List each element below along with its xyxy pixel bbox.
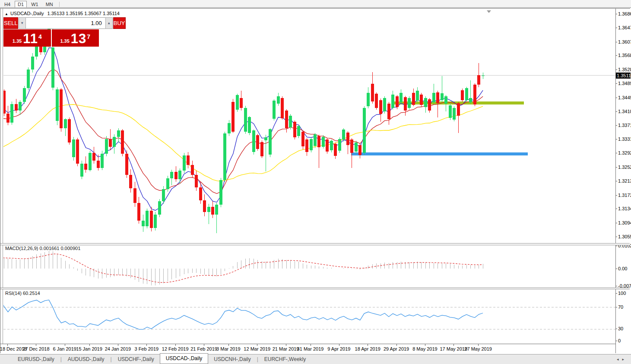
tab-scroll-arrows[interactable]: ◂▸ <box>617 357 628 361</box>
price-label-tick <box>616 153 617 153</box>
macd-indicator-pane[interactable] <box>3 244 615 288</box>
tab-eurchf-weekly[interactable]: EURCHF-,Weekly <box>259 355 311 364</box>
price-label-tick <box>616 181 617 181</box>
rsi-value: 60.2514 <box>23 291 40 296</box>
volume-input[interactable] <box>26 17 105 29</box>
price-label-tick <box>616 167 617 168</box>
current-price-tag: 1.35114 <box>616 73 631 79</box>
date-tick <box>228 344 229 346</box>
date-tick <box>146 344 147 346</box>
date-tick <box>478 344 479 346</box>
price-label: 1.30940 <box>618 220 631 225</box>
timeframe-button-h4[interactable]: H4 <box>1 1 13 8</box>
pane-splitter-macd[interactable] <box>0 243 630 245</box>
price-label: 1.36070 <box>618 39 631 44</box>
tab-scroll-left-icon: ◂ <box>617 357 622 361</box>
macd-axis-label: 0.00 <box>618 266 627 271</box>
price-label: 1.36470 <box>618 25 631 30</box>
date-tick <box>396 344 397 346</box>
macd-axis-label-tick <box>616 246 617 246</box>
price-label: 1.35280 <box>618 67 631 72</box>
date-tick <box>204 344 204 346</box>
date-label: 12 Mar 2019 <box>244 346 270 351</box>
price-label: 1.31730 <box>618 193 631 198</box>
chart-tab-bar: ◂▸ EURUSD-,Daily|AUDUSD-,Daily|USDCHF-,D… <box>0 354 631 364</box>
date-label: 18 Apr 2019 <box>355 346 381 351</box>
macd-value-2: 0.000901 <box>60 246 80 251</box>
macd-label: MACD(12,26,9) 0.001661 0.000901 <box>5 246 80 251</box>
bid-price-box[interactable]: 1.35 11 4 <box>3 29 51 47</box>
price-label: 1.30550 <box>618 234 631 239</box>
timeframe-toolbar: H4D1W1MN <box>0 0 631 8</box>
bid-prefix: 1.35 <box>13 38 22 44</box>
price-label: 1.34490 <box>618 95 631 100</box>
tab-usdcnh-daily[interactable]: USDCNH-,Daily <box>208 355 256 364</box>
tab-usdcad-daily[interactable]: USDCAD-,Daily <box>160 353 209 364</box>
rsi-label: RSI(14) 60.2514 <box>5 291 40 296</box>
pane-splitter-rsi[interactable] <box>0 288 630 289</box>
tab-eurusd-daily[interactable]: EURUSD-,Daily <box>12 355 60 364</box>
price-label: 1.32920 <box>618 150 631 155</box>
price-label: 1.33310 <box>618 136 631 142</box>
price-label: 1.36860 <box>618 11 631 16</box>
macd-axis-label-tick <box>616 269 617 269</box>
rsi-axis-label: 30 <box>618 326 623 331</box>
price-label-tick <box>616 125 617 126</box>
macd-value-1: 0.001661 <box>39 246 59 251</box>
ask-pipette-digit: 7 <box>87 33 90 40</box>
timeframe-button-d1[interactable]: D1 <box>15 1 27 8</box>
date-label: 15 Jan 2019 <box>76 346 102 351</box>
date-label: 27 Dec 2018 <box>22 346 49 351</box>
one-click-trade-panel: SELL ▼ ▲ BUY 1.35 11 4 1.35 13 7 <box>3 17 99 47</box>
price-label-tick <box>616 223 617 223</box>
toolbar-separator <box>59 2 60 7</box>
timeframe-button-w1[interactable]: W1 <box>28 1 41 8</box>
volume-down-button[interactable]: ▼ <box>19 17 26 29</box>
date-label: 21 Mar 2019 <box>273 346 299 351</box>
ohlc-values: 1.35133 1.35195 1.35067 1.35114 <box>48 11 120 16</box>
price-label-tick <box>616 70 617 70</box>
bid-pipette-digit: 4 <box>38 33 42 40</box>
price-label-tick <box>616 111 617 112</box>
window-left-edge <box>3 9 3 344</box>
price-label-tick <box>616 98 617 98</box>
date-axis[interactable]: 18 Dec 201827 Dec 20186 Jan 201915 Jan 2… <box>0 344 630 353</box>
price-label-tick <box>616 83 617 84</box>
rsi-axis-label-tick <box>616 293 617 294</box>
sell-button[interactable]: SELL <box>3 17 18 29</box>
date-label: 17 May 2019 <box>440 346 467 351</box>
price-axis[interactable]: 1.35114 1.368601.364701.360701.356801.35… <box>615 9 631 353</box>
ask-price-box[interactable]: 1.35 13 7 <box>52 29 99 47</box>
timeframe-button-mn[interactable]: MN <box>43 1 56 8</box>
volume-up-button[interactable]: ▲ <box>105 17 113 29</box>
symbol-period-label: USDCAD-,Daily <box>10 11 44 16</box>
collapse-triangle-icon[interactable]: ▲ <box>5 12 8 16</box>
date-tick <box>425 344 425 346</box>
date-label: 27 May 2019 <box>464 346 492 351</box>
tab-audusd-daily[interactable]: AUDUSD-,Daily <box>62 355 110 364</box>
price-label-tick <box>616 55 617 56</box>
ask-prefix: 1.35 <box>60 38 69 44</box>
ask-big-digits: 13 <box>71 32 86 45</box>
price-label: 1.34890 <box>618 81 631 86</box>
price-label: 1.31340 <box>618 206 631 211</box>
rsi-axis-label-tick <box>616 307 617 307</box>
date-tick <box>286 344 286 346</box>
rsi-indicator-pane[interactable] <box>3 289 615 344</box>
macd-axis-label-tick <box>616 286 617 286</box>
date-label: 24 Jan 2019 <box>105 346 131 351</box>
price-label: 1.32130 <box>618 178 631 184</box>
price-label: 1.32520 <box>618 165 631 170</box>
price-label: 1.34100 <box>618 109 631 114</box>
rsi-axis-label-tick <box>616 329 617 329</box>
date-tick <box>89 344 90 346</box>
rsi-axis-label: 100 <box>618 291 626 296</box>
date-tick <box>36 344 36 346</box>
price-label-tick <box>616 237 617 237</box>
last-bar-marker-icon <box>487 10 491 13</box>
tab-usdchf-daily[interactable]: USDCHF-,Daily <box>112 355 160 364</box>
buy-button[interactable]: BUY <box>113 17 126 29</box>
rsi-axis-label: 0 <box>618 338 621 343</box>
date-tick <box>118 344 118 346</box>
date-tick <box>65 344 65 346</box>
